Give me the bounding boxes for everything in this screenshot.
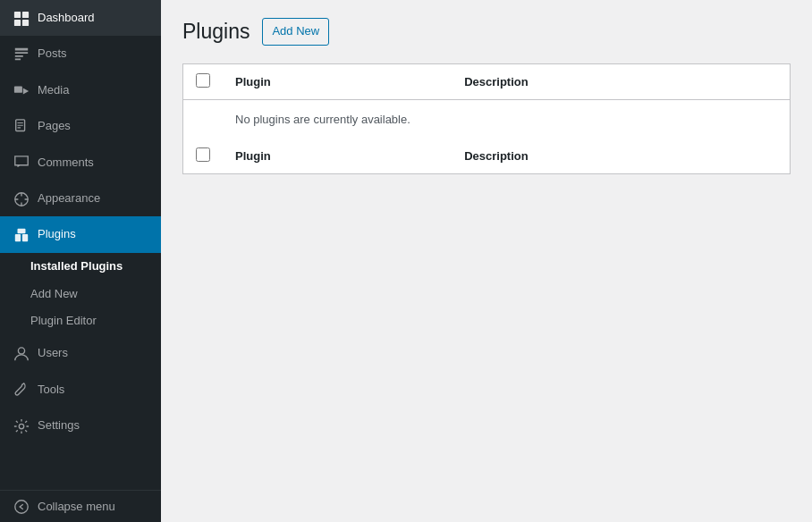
sidebar-item-label: Pages bbox=[38, 118, 152, 134]
sidebar-item-appearance[interactable]: Appearance bbox=[0, 181, 161, 216]
svg-rect-9 bbox=[18, 229, 26, 233]
submenu-add-new[interactable]: Add New bbox=[0, 281, 161, 308]
sidebar-item-settings[interactable]: Settings bbox=[0, 408, 161, 443]
sidebar-item-plugins[interactable]: Plugins bbox=[0, 216, 161, 252]
sidebar-item-users[interactable]: Users bbox=[0, 335, 161, 371]
svg-rect-4 bbox=[14, 86, 22, 92]
plugins-icon bbox=[13, 224, 30, 244]
appearance-icon bbox=[13, 189, 30, 208]
sidebar-item-pages[interactable]: Pages bbox=[0, 108, 161, 144]
svg-rect-3 bbox=[22, 20, 29, 26]
pages-icon bbox=[13, 116, 30, 136]
sidebar-item-label: Tools bbox=[38, 382, 152, 398]
sidebar-item-media[interactable]: Media bbox=[0, 72, 161, 108]
posts-icon bbox=[13, 44, 30, 63]
sidebar-item-tools[interactable]: Tools bbox=[0, 372, 161, 408]
sidebar-item-dashboard[interactable]: Dashboard bbox=[0, 0, 161, 36]
svg-point-11 bbox=[19, 424, 23, 428]
svg-rect-0 bbox=[14, 12, 21, 18]
footer-checkbox-cell bbox=[183, 139, 224, 174]
sidebar-item-label: Appearance bbox=[38, 190, 152, 206]
svg-rect-8 bbox=[22, 234, 28, 241]
submenu-plugin-editor[interactable]: Plugin Editor bbox=[0, 307, 161, 335]
sidebar-item-label: Dashboard bbox=[38, 10, 152, 26]
sidebar: Dashboard Posts Media Pages Comments App… bbox=[0, 0, 161, 522]
collapse-icon bbox=[13, 498, 30, 515]
collapse-menu-button[interactable]: Collapse menu bbox=[0, 490, 161, 522]
header-description-col: Description bbox=[452, 63, 790, 99]
page-title: Plugins bbox=[182, 20, 250, 44]
table-footer-row: Plugin Description bbox=[183, 139, 791, 174]
add-new-button[interactable]: Add New bbox=[262, 18, 329, 46]
svg-rect-1 bbox=[22, 12, 29, 18]
footer-select-all-checkbox[interactable] bbox=[196, 147, 210, 162]
sidebar-item-label: Comments bbox=[38, 155, 152, 171]
select-all-checkbox[interactable] bbox=[196, 73, 210, 88]
sidebar-item-label: Users bbox=[38, 345, 152, 361]
media-icon bbox=[13, 80, 30, 100]
plugins-table: Plugin Description No plugins are curren… bbox=[182, 63, 791, 174]
svg-rect-2 bbox=[14, 20, 21, 26]
sidebar-item-label: Media bbox=[38, 82, 152, 98]
sidebar-item-label: Posts bbox=[38, 46, 152, 62]
svg-point-12 bbox=[15, 501, 28, 513]
empty-checkbox-cell bbox=[183, 99, 224, 139]
header-checkbox-cell bbox=[183, 63, 224, 99]
sidebar-item-posts[interactable]: Posts bbox=[0, 36, 161, 72]
comments-icon bbox=[13, 153, 30, 173]
sidebar-item-label: Plugins bbox=[38, 226, 152, 242]
table-header-row: Plugin Description bbox=[183, 63, 791, 99]
collapse-menu-label: Collapse menu bbox=[38, 500, 115, 513]
users-icon bbox=[13, 343, 30, 363]
tools-icon bbox=[13, 380, 30, 400]
settings-icon bbox=[13, 416, 30, 435]
submenu-installed-plugins[interactable]: Installed Plugins bbox=[0, 253, 161, 281]
plugins-submenu: Installed Plugins Add New Plugin Editor bbox=[0, 253, 161, 335]
footer-plugin-col: Plugin bbox=[223, 139, 452, 174]
page-header: Plugins Add New bbox=[182, 18, 791, 46]
header-plugin-col: Plugin bbox=[223, 63, 452, 99]
table-row: No plugins are currently available. bbox=[183, 99, 791, 139]
svg-point-10 bbox=[18, 348, 24, 354]
sidebar-item-comments[interactable]: Comments bbox=[0, 145, 161, 181]
sidebar-item-label: Settings bbox=[38, 417, 152, 434]
no-plugins-message: No plugins are currently available. bbox=[223, 99, 791, 139]
svg-rect-7 bbox=[15, 234, 21, 241]
main-content: Plugins Add New Plugin Description No pl… bbox=[161, 0, 812, 522]
footer-description-col: Description bbox=[452, 139, 790, 174]
dashboard-icon bbox=[13, 8, 30, 28]
